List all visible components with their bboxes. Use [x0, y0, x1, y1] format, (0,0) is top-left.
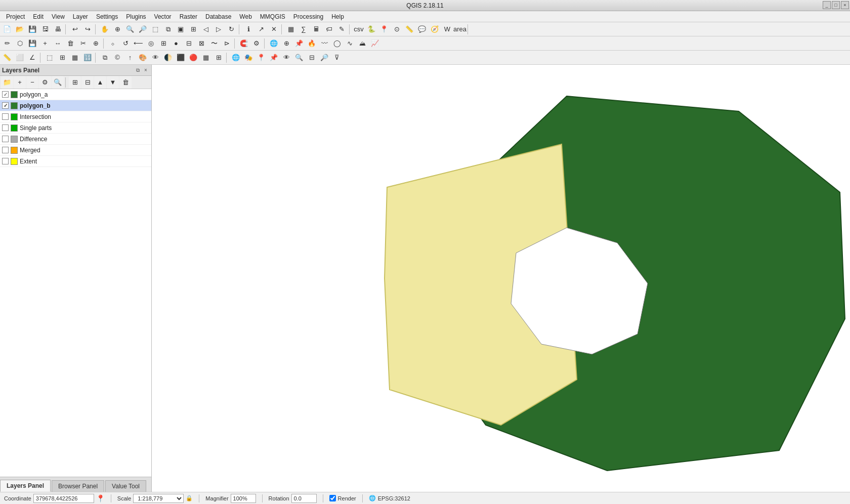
- menu-edit[interactable]: Edit: [29, 12, 48, 21]
- layer-checkbox-difference[interactable]: [2, 136, 9, 142]
- filter-button[interactable]: ⊽: [331, 52, 343, 64]
- color-picker-button[interactable]: 🎨: [137, 52, 149, 64]
- remove-layer-button[interactable]: −: [26, 76, 38, 89]
- add-group-button[interactable]: 📁: [1, 76, 13, 89]
- magnifier-input[interactable]: [231, 494, 256, 503]
- minimize-button[interactable]: _: [823, 1, 831, 9]
- theme-button[interactable]: 🌓: [162, 52, 174, 64]
- filter-layers-button[interactable]: 🔍: [52, 76, 64, 89]
- eye-dome-button[interactable]: 👁: [280, 52, 292, 64]
- measure-angle-button[interactable]: ∠: [26, 52, 38, 64]
- measure-line-button[interactable]: 📏: [1, 52, 13, 64]
- layer-item-difference[interactable]: Difference: [0, 134, 151, 145]
- remove-ring-button[interactable]: ⊟: [183, 37, 195, 50]
- layer-checkbox-merged[interactable]: [2, 147, 9, 153]
- save-project-button[interactable]: 💾: [26, 23, 38, 35]
- style-button[interactable]: 🎭: [242, 52, 254, 64]
- split-feature-button[interactable]: ✂: [77, 37, 89, 50]
- menu-database[interactable]: Database: [201, 12, 235, 21]
- copyright-button[interactable]: ©: [111, 52, 123, 64]
- snap-config-button[interactable]: ⚙: [250, 37, 263, 50]
- web-button[interactable]: W: [441, 23, 453, 35]
- heatmap-button[interactable]: 🔥: [306, 37, 318, 50]
- tab-value-tool[interactable]: Value Tool: [105, 480, 146, 492]
- map-area[interactable]: [152, 65, 850, 492]
- add-part-button[interactable]: ⊞: [157, 37, 169, 50]
- zoom-in-button[interactable]: 🔍: [124, 23, 136, 35]
- menu-mmqgis[interactable]: MMQGIS: [256, 12, 289, 21]
- comment-button[interactable]: 💬: [416, 23, 428, 35]
- reshape-button[interactable]: 〜: [208, 37, 220, 50]
- select-button[interactable]: ↗: [255, 23, 267, 35]
- georef-button[interactable]: 📌: [293, 37, 305, 50]
- preview-button[interactable]: 👁: [149, 52, 161, 64]
- csv-button[interactable]: csv: [353, 23, 365, 35]
- remove-part-button[interactable]: ⊠: [195, 37, 207, 50]
- deselect-button[interactable]: ✕: [268, 23, 280, 35]
- zoom-level-button[interactable]: 🔢: [81, 52, 94, 64]
- layer-position-button[interactable]: 📍: [255, 52, 267, 64]
- layer-item-polygon-a[interactable]: polygon_a: [0, 89, 151, 100]
- edit-pencil-button[interactable]: ✏: [1, 37, 13, 50]
- fill-ring-button[interactable]: ●: [170, 37, 182, 50]
- print-button[interactable]: 🖶: [52, 23, 64, 35]
- open-layer-properties-button[interactable]: ⚙: [39, 76, 51, 89]
- point-button[interactable]: ⊙: [391, 23, 403, 35]
- collapse-all-button[interactable]: ⊟: [81, 76, 94, 89]
- calculator-button[interactable]: 🖩: [310, 23, 322, 35]
- graticule-button[interactable]: 🌐: [230, 52, 242, 64]
- digitize-button[interactable]: ⬡: [14, 37, 26, 50]
- table2-button[interactable]: ▦: [200, 52, 212, 64]
- menu-processing[interactable]: Processing: [289, 12, 327, 21]
- add-feature-button[interactable]: +: [39, 37, 51, 50]
- interpolate-button[interactable]: ∿: [344, 37, 356, 50]
- map-compare-button[interactable]: ⧉: [99, 52, 111, 64]
- layer-checkbox-single-parts[interactable]: [2, 124, 9, 131]
- new-project-button[interactable]: 📄: [1, 23, 13, 35]
- identify-button[interactable]: ℹ: [242, 23, 254, 35]
- pan-map-button[interactable]: ⊕: [111, 23, 123, 35]
- delete-feature-button[interactable]: 🗑: [64, 37, 76, 50]
- area-button[interactable]: area: [454, 23, 466, 35]
- open-table-button[interactable]: ▦: [285, 23, 297, 35]
- menu-layer[interactable]: Layer: [69, 12, 92, 21]
- menu-vector[interactable]: Vector: [150, 12, 176, 21]
- statistics-button[interactable]: ∑: [298, 23, 310, 35]
- menu-view[interactable]: View: [48, 12, 69, 21]
- menu-raster[interactable]: Raster: [176, 12, 201, 21]
- measure-area-button[interactable]: ⬜: [14, 52, 26, 64]
- pin-button[interactable]: 📌: [268, 52, 280, 64]
- rotation-input[interactable]: [291, 494, 317, 503]
- layer-item-intersection[interactable]: Intersection: [0, 111, 151, 122]
- panel-float-button[interactable]: ⧉: [134, 67, 141, 74]
- grid-button[interactable]: ⊞: [212, 52, 225, 64]
- layer-item-polygon-b[interactable]: polygon_b: [0, 100, 151, 111]
- buffer-button[interactable]: ◯: [331, 37, 343, 50]
- crs-button[interactable]: ⊕: [280, 37, 292, 50]
- menu-help[interactable]: Help: [327, 12, 348, 21]
- undo-button[interactable]: ↩: [69, 23, 81, 35]
- node-tool-button[interactable]: ⬦: [107, 37, 119, 50]
- offset-button[interactable]: ⊳: [221, 37, 233, 50]
- save-edits-button[interactable]: 💾: [26, 37, 38, 50]
- red-button[interactable]: 🔴: [187, 52, 199, 64]
- move-feature-button[interactable]: ↔: [52, 37, 64, 50]
- menu-plugins[interactable]: Plugins: [122, 12, 150, 21]
- layer-checkbox-extent[interactable]: [2, 158, 9, 164]
- maximize-button[interactable]: □: [832, 1, 840, 9]
- zoom-layer-button[interactable]: ▣: [175, 23, 187, 35]
- profile-button[interactable]: 📈: [369, 37, 381, 50]
- tab-browser-panel[interactable]: Browser Panel: [52, 480, 104, 492]
- geocoder-button[interactable]: 📍: [378, 23, 390, 35]
- layer-item-extent[interactable]: Extent: [0, 156, 151, 167]
- menu-web[interactable]: Web: [235, 12, 256, 21]
- zoom-more-button[interactable]: 🔎: [318, 52, 330, 64]
- menu-project[interactable]: Project: [2, 12, 29, 21]
- open-project-button[interactable]: 📂: [14, 23, 26, 35]
- overview-button[interactable]: ⊞: [56, 52, 68, 64]
- pan-button[interactable]: ✋: [99, 23, 111, 35]
- contour-button[interactable]: 〰: [318, 37, 330, 50]
- redo-button[interactable]: ↪: [81, 23, 94, 35]
- nav-button[interactable]: 🧭: [429, 23, 441, 35]
- coordinate-input[interactable]: [33, 494, 94, 503]
